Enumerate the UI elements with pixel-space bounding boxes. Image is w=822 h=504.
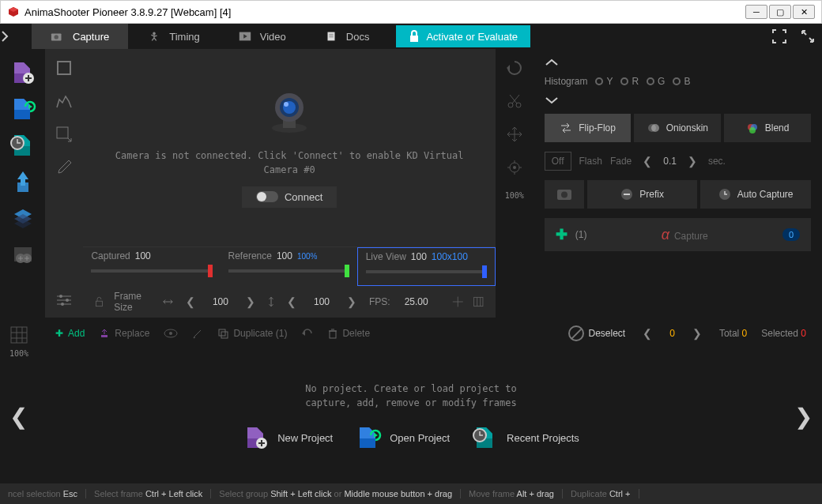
expand-icon[interactable]	[800, 28, 816, 44]
open-project-icon[interactable]	[9, 95, 37, 123]
open-project-button[interactable]: Open Project	[355, 424, 450, 451]
histogram-g[interactable]: G	[647, 76, 665, 87]
panel-up-icon[interactable]	[545, 58, 811, 66]
reference-slider[interactable]: Reference 100 100%	[221, 247, 357, 286]
svg-rect-21	[57, 127, 68, 138]
layers-icon[interactable]	[9, 204, 37, 232]
new-project-icon[interactable]	[9, 58, 37, 87]
svg-point-22	[59, 295, 62, 298]
crop-icon[interactable]	[55, 58, 74, 77]
frame-height[interactable]: 100	[309, 296, 334, 307]
play-icon	[238, 31, 252, 42]
focus-icon[interactable]	[505, 158, 524, 177]
width-dec[interactable]: ❮	[183, 295, 198, 308]
mode-blend[interactable]: Blend	[724, 114, 811, 142]
frame-prev[interactable]: ❮	[639, 327, 655, 340]
svg-rect-20	[58, 62, 70, 74]
webcam-icon	[266, 88, 313, 136]
main-area: Camera is not connected. Click 'Connect'…	[0, 49, 822, 318]
svg-point-37	[513, 166, 516, 169]
grid-icon[interactable]	[9, 325, 28, 344]
fade-unit: sec.	[708, 156, 726, 167]
frame-size-label: Frame Size	[114, 291, 153, 313]
prefix-row: Prefix Auto Capture	[545, 180, 811, 209]
timeline-prev[interactable]: ❮	[9, 404, 28, 430]
side-zoom-label: 100%	[505, 191, 524, 200]
histogram-label: Histogram	[545, 76, 588, 87]
fullscreen-frame-icon[interactable]	[771, 28, 787, 44]
unlock-icon[interactable]	[94, 295, 104, 308]
close-button[interactable]: ✕	[793, 5, 815, 19]
svg-point-42	[749, 127, 756, 134]
prefix-button[interactable]: Prefix	[587, 180, 698, 209]
maximize-button[interactable]: ▢	[769, 5, 791, 19]
grid-toggle-icon[interactable]	[473, 295, 485, 309]
eye-icon[interactable]	[164, 329, 178, 338]
frame-next[interactable]: ❯	[689, 327, 705, 340]
recent-projects-icon[interactable]	[9, 131, 37, 160]
aperture-icon	[556, 188, 572, 201]
new-project-button[interactable]: New Project	[243, 424, 333, 451]
scissors-icon[interactable]	[505, 92, 524, 111]
duplicate-button[interactable]: Duplicate (1)	[217, 328, 287, 339]
move-icon[interactable]	[505, 125, 524, 144]
frame-width[interactable]: 100	[208, 296, 233, 307]
sliders-row: Captured 100 Reference 100 100% Live Vie…	[83, 246, 495, 286]
mode-onionskin[interactable]: Onionskin	[634, 114, 721, 142]
liveview-slider[interactable]: Live View 100 100x100	[357, 247, 496, 286]
height-inc[interactable]: ❯	[344, 295, 360, 308]
crosshair-icon[interactable]	[452, 295, 464, 309]
tab-video[interactable]: Video	[219, 24, 305, 49]
svg-rect-48	[101, 335, 107, 337]
timer-icon	[718, 188, 731, 201]
minimize-button[interactable]: ─	[745, 5, 767, 19]
svg-marker-56	[374, 433, 378, 438]
eyedropper-icon[interactable]	[55, 158, 74, 177]
histogram-r[interactable]: R	[620, 76, 639, 87]
sliders-icon[interactable]	[55, 291, 74, 310]
deselect-button[interactable]: Deselect	[568, 325, 626, 341]
fade-inc[interactable]: ❯	[684, 155, 700, 167]
replace-button[interactable]: Replace	[99, 328, 149, 339]
width-icon	[163, 298, 173, 306]
open-project-tl-icon	[355, 424, 382, 451]
nav-expand-icon[interactable]	[0, 30, 32, 43]
capture-button[interactable]: αCapture	[594, 227, 774, 243]
histogram-icon[interactable]	[55, 92, 74, 111]
add-button[interactable]: ✚Add	[55, 328, 85, 339]
mode-flipflop[interactable]: Flip-Flop	[545, 114, 632, 142]
undo-icon[interactable]	[301, 328, 314, 339]
frame-size-row: Frame Size ❮ 100 ❯ ❮ 100 ❯ FPS: 25.00	[83, 286, 495, 318]
side-tools: 100%	[496, 49, 534, 318]
camera-mode-button[interactable]	[545, 180, 584, 209]
tab-timing[interactable]: Timing	[128, 24, 219, 49]
plus-icon[interactable]: ✚	[556, 226, 567, 243]
svg-point-50	[169, 332, 172, 335]
activate-button[interactable]: Activate or Evaluate	[396, 25, 530, 47]
rotate-icon[interactable]	[505, 58, 524, 77]
histogram-b[interactable]: B	[673, 76, 690, 87]
tool-rail	[45, 49, 83, 318]
fade-value[interactable]: 0.1	[663, 156, 677, 167]
tab-docs[interactable]: Docs	[305, 24, 389, 49]
recent-projects-button[interactable]: Recent Projects	[472, 424, 579, 451]
flash-off-button[interactable]: Off	[545, 152, 571, 171]
width-inc[interactable]: ❯	[243, 295, 258, 308]
autocapture-button[interactable]: Auto Capture	[700, 180, 811, 209]
panel-down-icon[interactable]	[545, 96, 811, 104]
fps-value[interactable]: 25.00	[400, 296, 433, 307]
settings-icon[interactable]	[9, 240, 37, 269]
brush-icon[interactable]	[192, 328, 203, 339]
delete-button[interactable]: Delete	[328, 328, 370, 339]
histogram-y[interactable]: Y	[595, 76, 613, 87]
captured-slider[interactable]: Captured 100	[83, 247, 220, 286]
histogram-row: Histogram Y R G B	[545, 76, 811, 87]
tab-capture[interactable]: Capture	[32, 24, 128, 49]
timeline-next[interactable]: ❯	[794, 404, 813, 430]
fade-dec[interactable]: ❮	[639, 155, 655, 167]
connect-button[interactable]: Connect	[242, 186, 337, 208]
left-rail	[0, 49, 45, 318]
import-icon[interactable]	[9, 167, 37, 196]
height-dec[interactable]: ❮	[284, 295, 300, 308]
resize-icon[interactable]	[55, 125, 74, 144]
